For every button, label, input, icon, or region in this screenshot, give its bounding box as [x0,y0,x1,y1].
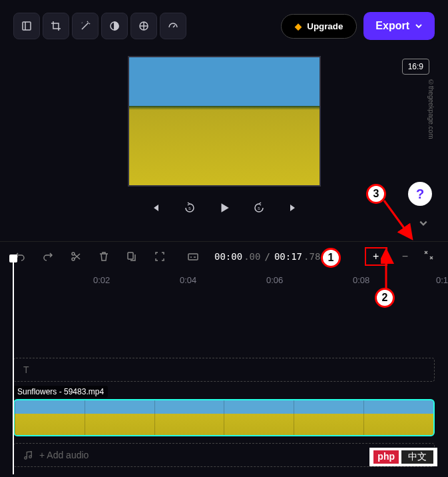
copy-button[interactable] [125,250,138,263]
svg-rect-7 [128,252,133,259]
magic-wand-icon [80,21,91,31]
upgrade-button[interactable]: ◆ Upgrade [281,14,357,39]
transport-controls: 5 5 [147,200,302,216]
split-button[interactable] [69,250,83,263]
svg-point-6 [72,258,75,260]
canvas-area: 16:9 ©thegeekpage.com ? 5 5 [0,52,448,238]
aspect-ratio-label: 16:9 [408,62,423,71]
forward-icon: 5 [252,201,266,215]
chevron-down-icon [419,219,428,228]
svg-rect-0 [23,22,31,30]
redo-icon [42,250,54,262]
zoom-out-button[interactable]: − [402,250,408,262]
copy-icon [126,250,138,262]
aspect-ratio-button[interactable]: 16:9 [402,59,429,75]
play-icon [218,202,230,214]
clip-name-label: Sunflowers - 59483.mp4 [13,386,108,398]
contrast-button[interactable] [101,13,128,39]
svg-text:5: 5 [258,207,260,211]
plus-icon: + [373,250,379,262]
php-badge-red: php [373,450,399,464]
right-actions: ◆ Upgrade Export [281,12,435,40]
crop-icon [51,21,61,31]
music-icon [23,450,33,460]
question-icon: ? [416,187,424,202]
export-label: Export [375,20,409,32]
fit-icon [423,249,435,261]
upgrade-label: Upgrade [307,21,343,31]
ruler-tick: 0:02 [93,275,110,285]
forward-button[interactable]: 5 [251,200,267,216]
chevron-down-icon [415,22,423,30]
ruler-tick: 0:1 [436,275,448,285]
skip-back-button[interactable] [147,200,163,216]
zoom-in-button[interactable]: + [365,247,387,266]
skip-back-icon [150,203,160,213]
svg-text:5: 5 [188,207,191,211]
duration-time-sub: .78 [304,251,320,262]
crop-button[interactable] [43,13,69,39]
layout-icon [21,21,32,31]
rewind-button[interactable]: 5 [182,200,198,216]
svg-rect-8 [188,254,198,260]
caption-button[interactable] [186,250,200,263]
duration-time: 00:17 [274,251,302,262]
skip-forward-button[interactable] [286,200,302,216]
filter-icon [138,21,149,31]
skip-forward-icon [288,203,299,213]
redo-button[interactable] [41,250,55,263]
collapse-panel-button[interactable] [419,219,428,230]
minus-icon: − [402,250,408,262]
watermark-text: ©thegeekpage.com [427,79,435,139]
wand-button[interactable] [72,13,99,39]
diamond-icon: ◆ [295,21,302,31]
trash-icon [98,250,110,262]
audio-placeholder-label: + Add audio [39,450,89,460]
time-separator: / [264,251,270,262]
contrast-icon [109,21,120,31]
speedometer-icon [168,21,178,31]
text-icon: T [23,364,29,375]
top-toolbar: ◆ Upgrade Export [0,0,448,52]
current-time-sub: .00 [244,251,260,262]
export-button[interactable]: Export [363,12,435,40]
clip-thumbnails [15,400,433,435]
play-button[interactable] [216,200,232,216]
rewind-icon: 5 [183,201,196,215]
timeline-ruler[interactable]: 0:02 0:04 0:06 0:08 0:1 [0,271,448,291]
frame-icon [154,250,166,262]
edit-tools-group [13,13,186,39]
speed-button[interactable] [160,13,186,39]
text-track-placeholder[interactable]: T [13,358,435,382]
track-area: T Sunflowers - 59483.mp4 + Add audio [0,291,448,467]
playhead[interactable] [13,258,14,474]
delete-button[interactable] [97,250,111,263]
crop-frame-button[interactable] [153,250,166,263]
layout-button[interactable] [13,13,40,39]
zoom-fit-button[interactable] [423,249,435,264]
video-preview[interactable] [128,56,321,187]
ruler-tick: 0:06 [266,275,283,285]
timecode-display: 00:00.00 / 00:17.78 [214,251,320,262]
php-badge: php 中文 [369,448,437,466]
svg-point-5 [72,252,75,255]
ruler-tick: 0:04 [180,275,196,285]
caption-icon [187,250,199,262]
timeline-toolbar: 00:00.00 / 00:17.78 + − [0,241,448,271]
current-time: 00:00 [214,251,242,262]
ruler-tick: 0:08 [353,275,369,285]
php-badge-dark: 中文 [401,450,433,464]
video-clip[interactable] [13,399,435,436]
scissors-icon [70,250,82,262]
help-button[interactable]: ? [408,182,432,206]
filter-button[interactable] [130,13,157,39]
